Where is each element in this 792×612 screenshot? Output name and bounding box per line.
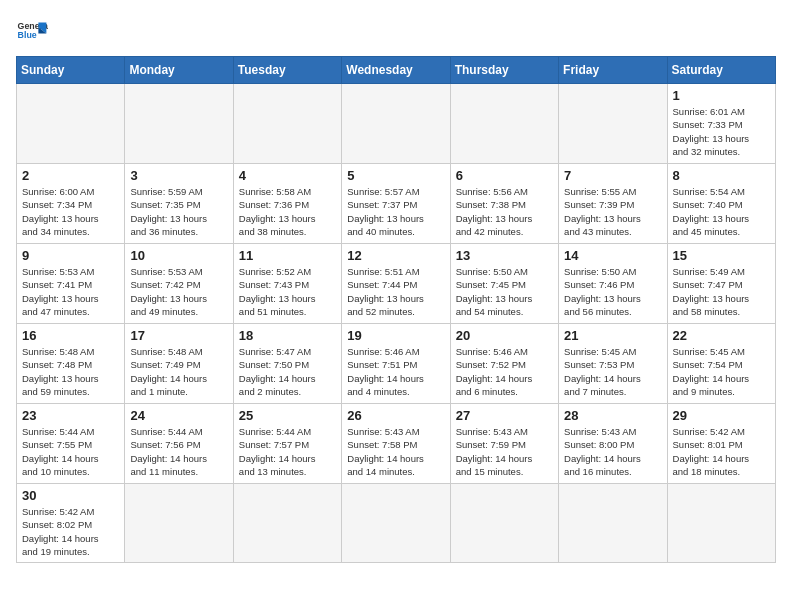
day-info: Sunrise: 5:50 AM Sunset: 7:46 PM Dayligh…: [564, 265, 661, 318]
calendar-cell: 24Sunrise: 5:44 AM Sunset: 7:56 PM Dayli…: [125, 404, 233, 484]
day-number: 4: [239, 168, 336, 183]
day-info: Sunrise: 5:59 AM Sunset: 7:35 PM Dayligh…: [130, 185, 227, 238]
svg-text:Blue: Blue: [18, 30, 37, 40]
calendar-cell: 14Sunrise: 5:50 AM Sunset: 7:46 PM Dayli…: [559, 244, 667, 324]
calendar-header-thursday: Thursday: [450, 57, 558, 84]
day-number: 26: [347, 408, 444, 423]
day-number: 13: [456, 248, 553, 263]
calendar-cell: [17, 84, 125, 164]
day-info: Sunrise: 5:58 AM Sunset: 7:36 PM Dayligh…: [239, 185, 336, 238]
day-number: 2: [22, 168, 119, 183]
calendar-cell: 25Sunrise: 5:44 AM Sunset: 7:57 PM Dayli…: [233, 404, 341, 484]
day-info: Sunrise: 5:53 AM Sunset: 7:42 PM Dayligh…: [130, 265, 227, 318]
calendar-cell: 3Sunrise: 5:59 AM Sunset: 7:35 PM Daylig…: [125, 164, 233, 244]
day-number: 27: [456, 408, 553, 423]
day-info: Sunrise: 5:56 AM Sunset: 7:38 PM Dayligh…: [456, 185, 553, 238]
calendar-cell: [667, 484, 775, 563]
calendar-cell: 18Sunrise: 5:47 AM Sunset: 7:50 PM Dayli…: [233, 324, 341, 404]
day-info: Sunrise: 5:51 AM Sunset: 7:44 PM Dayligh…: [347, 265, 444, 318]
day-info: Sunrise: 5:52 AM Sunset: 7:43 PM Dayligh…: [239, 265, 336, 318]
day-number: 1: [673, 88, 770, 103]
day-info: Sunrise: 5:44 AM Sunset: 7:57 PM Dayligh…: [239, 425, 336, 478]
calendar-cell: 5Sunrise: 5:57 AM Sunset: 7:37 PM Daylig…: [342, 164, 450, 244]
calendar-cell: 11Sunrise: 5:52 AM Sunset: 7:43 PM Dayli…: [233, 244, 341, 324]
calendar: SundayMondayTuesdayWednesdayThursdayFrid…: [16, 56, 776, 563]
day-info: Sunrise: 5:43 AM Sunset: 8:00 PM Dayligh…: [564, 425, 661, 478]
day-info: Sunrise: 5:46 AM Sunset: 7:52 PM Dayligh…: [456, 345, 553, 398]
day-info: Sunrise: 6:01 AM Sunset: 7:33 PM Dayligh…: [673, 105, 770, 158]
day-number: 5: [347, 168, 444, 183]
calendar-cell: 19Sunrise: 5:46 AM Sunset: 7:51 PM Dayli…: [342, 324, 450, 404]
day-number: 25: [239, 408, 336, 423]
day-info: Sunrise: 5:48 AM Sunset: 7:49 PM Dayligh…: [130, 345, 227, 398]
calendar-cell: 10Sunrise: 5:53 AM Sunset: 7:42 PM Dayli…: [125, 244, 233, 324]
day-info: Sunrise: 5:43 AM Sunset: 7:58 PM Dayligh…: [347, 425, 444, 478]
day-number: 16: [22, 328, 119, 343]
calendar-header-saturday: Saturday: [667, 57, 775, 84]
day-info: Sunrise: 5:44 AM Sunset: 7:55 PM Dayligh…: [22, 425, 119, 478]
calendar-cell: 9Sunrise: 5:53 AM Sunset: 7:41 PM Daylig…: [17, 244, 125, 324]
calendar-cell: 7Sunrise: 5:55 AM Sunset: 7:39 PM Daylig…: [559, 164, 667, 244]
day-info: Sunrise: 5:54 AM Sunset: 7:40 PM Dayligh…: [673, 185, 770, 238]
day-number: 29: [673, 408, 770, 423]
day-number: 6: [456, 168, 553, 183]
calendar-cell: 28Sunrise: 5:43 AM Sunset: 8:00 PM Dayli…: [559, 404, 667, 484]
day-number: 21: [564, 328, 661, 343]
calendar-header-monday: Monday: [125, 57, 233, 84]
calendar-cell: 13Sunrise: 5:50 AM Sunset: 7:45 PM Dayli…: [450, 244, 558, 324]
calendar-cell: 30Sunrise: 5:42 AM Sunset: 8:02 PM Dayli…: [17, 484, 125, 563]
calendar-cell: [342, 84, 450, 164]
calendar-cell: 27Sunrise: 5:43 AM Sunset: 7:59 PM Dayli…: [450, 404, 558, 484]
calendar-cell: [125, 484, 233, 563]
day-info: Sunrise: 5:42 AM Sunset: 8:01 PM Dayligh…: [673, 425, 770, 478]
calendar-cell: 1Sunrise: 6:01 AM Sunset: 7:33 PM Daylig…: [667, 84, 775, 164]
calendar-cell: 12Sunrise: 5:51 AM Sunset: 7:44 PM Dayli…: [342, 244, 450, 324]
day-info: Sunrise: 5:48 AM Sunset: 7:48 PM Dayligh…: [22, 345, 119, 398]
calendar-cell: [233, 484, 341, 563]
day-number: 14: [564, 248, 661, 263]
day-number: 11: [239, 248, 336, 263]
day-info: Sunrise: 5:43 AM Sunset: 7:59 PM Dayligh…: [456, 425, 553, 478]
calendar-cell: 4Sunrise: 5:58 AM Sunset: 7:36 PM Daylig…: [233, 164, 341, 244]
calendar-cell: 16Sunrise: 5:48 AM Sunset: 7:48 PM Dayli…: [17, 324, 125, 404]
day-info: Sunrise: 5:44 AM Sunset: 7:56 PM Dayligh…: [130, 425, 227, 478]
day-number: 10: [130, 248, 227, 263]
calendar-cell: [450, 84, 558, 164]
day-number: 30: [22, 488, 119, 503]
calendar-cell: 8Sunrise: 5:54 AM Sunset: 7:40 PM Daylig…: [667, 164, 775, 244]
day-info: Sunrise: 5:47 AM Sunset: 7:50 PM Dayligh…: [239, 345, 336, 398]
day-number: 12: [347, 248, 444, 263]
day-info: Sunrise: 5:46 AM Sunset: 7:51 PM Dayligh…: [347, 345, 444, 398]
day-number: 17: [130, 328, 227, 343]
day-number: 24: [130, 408, 227, 423]
calendar-header-row: SundayMondayTuesdayWednesdayThursdayFrid…: [17, 57, 776, 84]
day-info: Sunrise: 5:49 AM Sunset: 7:47 PM Dayligh…: [673, 265, 770, 318]
day-number: 22: [673, 328, 770, 343]
day-number: 8: [673, 168, 770, 183]
generalblue-logo-icon: General Blue: [16, 16, 48, 48]
day-number: 7: [564, 168, 661, 183]
day-info: Sunrise: 5:42 AM Sunset: 8:02 PM Dayligh…: [22, 505, 119, 558]
calendar-cell: 22Sunrise: 5:45 AM Sunset: 7:54 PM Dayli…: [667, 324, 775, 404]
calendar-cell: [450, 484, 558, 563]
day-info: Sunrise: 5:45 AM Sunset: 7:54 PM Dayligh…: [673, 345, 770, 398]
day-number: 3: [130, 168, 227, 183]
calendar-cell: 17Sunrise: 5:48 AM Sunset: 7:49 PM Dayli…: [125, 324, 233, 404]
calendar-cell: 21Sunrise: 5:45 AM Sunset: 7:53 PM Dayli…: [559, 324, 667, 404]
calendar-cell: 26Sunrise: 5:43 AM Sunset: 7:58 PM Dayli…: [342, 404, 450, 484]
calendar-cell: 23Sunrise: 5:44 AM Sunset: 7:55 PM Dayli…: [17, 404, 125, 484]
calendar-cell: 2Sunrise: 6:00 AM Sunset: 7:34 PM Daylig…: [17, 164, 125, 244]
day-number: 18: [239, 328, 336, 343]
calendar-cell: [233, 84, 341, 164]
calendar-cell: [559, 484, 667, 563]
day-number: 23: [22, 408, 119, 423]
calendar-header-friday: Friday: [559, 57, 667, 84]
calendar-cell: [125, 84, 233, 164]
calendar-cell: [559, 84, 667, 164]
calendar-header-tuesday: Tuesday: [233, 57, 341, 84]
day-info: Sunrise: 6:00 AM Sunset: 7:34 PM Dayligh…: [22, 185, 119, 238]
calendar-header-sunday: Sunday: [17, 57, 125, 84]
calendar-header-wednesday: Wednesday: [342, 57, 450, 84]
day-info: Sunrise: 5:53 AM Sunset: 7:41 PM Dayligh…: [22, 265, 119, 318]
day-number: 28: [564, 408, 661, 423]
